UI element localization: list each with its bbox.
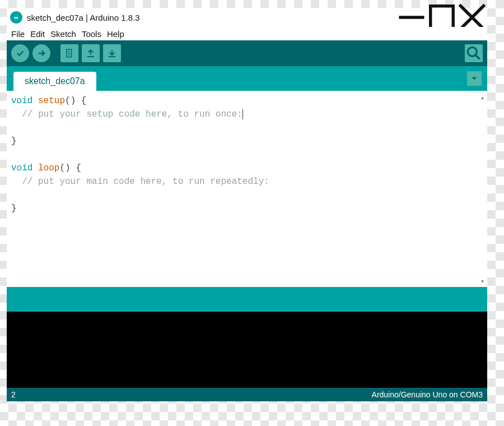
svg-line-11 [476, 55, 480, 59]
tab-bar: sketch_dec07a [7, 66, 487, 91]
menu-tools[interactable]: Tools [80, 29, 104, 39]
code-function: loop [38, 163, 59, 173]
code-text: () { [59, 163, 81, 173]
code-comment: // put your main code here, to run repea… [11, 177, 269, 187]
code-editor[interactable]: void setup() { // put your setup code he… [7, 91, 487, 219]
maximize-button[interactable] [427, 8, 457, 27]
window-title: sketch_dec07a | Arduino 1.8.3 [27, 13, 140, 22]
menu-file[interactable]: File [9, 29, 27, 39]
code-function: setup [38, 96, 65, 106]
new-sketch-button[interactable] [60, 44, 78, 62]
scroll-down-icon[interactable]: ▾ [478, 277, 486, 285]
message-bar [7, 287, 487, 312]
window-controls [396, 8, 487, 27]
code-keyword: void [11, 163, 32, 173]
console-output[interactable] [7, 312, 487, 388]
code-text: } [11, 203, 17, 214]
menu-help[interactable]: Help [105, 29, 127, 39]
code-comment: // put your setup code here, to run once… [11, 109, 242, 119]
statusbar: 2 Arduino/Genuino Uno on COM3 [7, 388, 487, 401]
svg-rect-1 [431, 6, 454, 29]
open-sketch-button[interactable] [82, 44, 100, 62]
sketch-tab[interactable]: sketch_dec07a [13, 72, 96, 91]
upload-button[interactable] [32, 44, 50, 62]
menubar: File Edit Sketch Tools Help [7, 27, 487, 40]
status-line-number: 2 [11, 390, 16, 399]
svg-point-10 [468, 47, 477, 56]
menu-sketch[interactable]: Sketch [48, 29, 78, 39]
text-cursor [242, 109, 243, 119]
code-keyword: void [11, 96, 32, 106]
titlebar: ∞ sketch_dec07a | Arduino 1.8.3 [7, 8, 487, 27]
close-button[interactable] [457, 8, 487, 27]
save-sketch-button[interactable] [103, 44, 121, 62]
code-text: } [11, 136, 17, 146]
menu-edit[interactable]: Edit [28, 29, 47, 39]
scroll-up-icon[interactable]: ▴ [478, 93, 486, 101]
code-text: () { [65, 96, 86, 106]
arduino-logo-icon: ∞ [10, 11, 22, 24]
tab-dropdown-button[interactable] [467, 71, 482, 86]
arduino-ide-window: ∞ sketch_dec07a | Arduino 1.8.3 File Edi… [7, 8, 487, 401]
verify-button[interactable] [11, 44, 29, 62]
status-board-port: Arduino/Genuino Uno on COM3 [372, 390, 483, 399]
code-editor-area[interactable]: ▴ void setup() { // put your setup code … [7, 91, 487, 287]
serial-monitor-button[interactable] [465, 44, 483, 62]
toolbar [7, 40, 487, 66]
minimize-button[interactable] [396, 8, 427, 27]
